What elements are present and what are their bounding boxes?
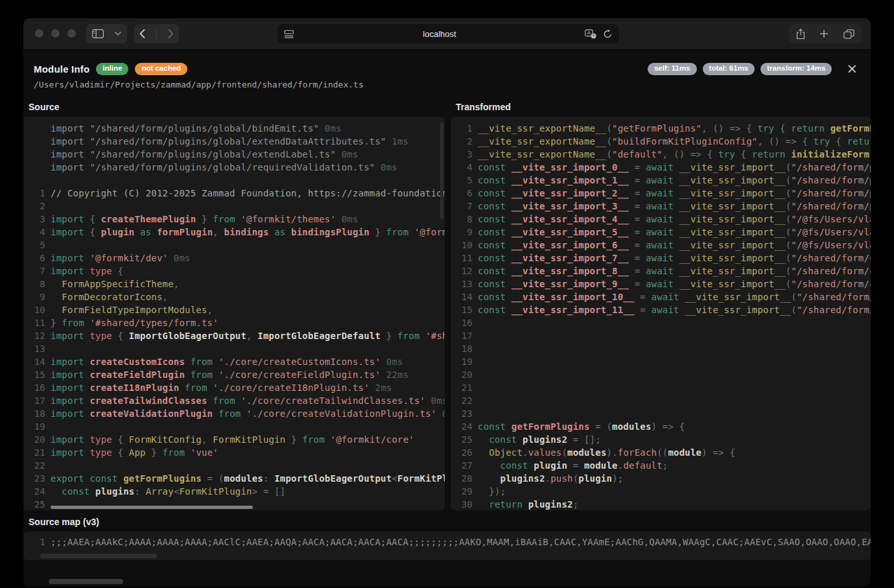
line-number [23,174,51,187]
line-number: 4 [23,226,51,239]
line-number: 20 [451,368,478,381]
zoom-window-button[interactable] [67,29,76,38]
source-horizontal-scrollbar[interactable] [51,506,253,509]
code-line: 12import type { ImportGlobEagerOutput, I… [23,329,445,342]
code-line: 20import type { FormKitConfig, FormKitPl… [23,433,445,446]
line-number: 13 [451,277,478,290]
line-number: 21 [451,381,478,394]
reload-icon[interactable] [603,29,613,39]
code-line: 13 [23,342,445,355]
code-line: 9const __vite_ssr_import_5__ = await __v… [451,226,871,239]
line-number: 9 [451,226,478,239]
code-line: 11const __vite_ssr_import_7__ = await __… [451,252,871,265]
line-number [23,122,51,135]
line-number: 5 [451,174,478,187]
sidebar-toggle[interactable] [86,24,127,43]
sourcemap-horizontal-scrollbar[interactable] [40,554,157,558]
code-line: 7const __vite_ssr_import_3__ = await __v… [451,200,871,213]
line-number: 13 [23,342,51,355]
new-tab-icon[interactable] [819,29,829,38]
page-title: Module Info [34,64,89,75]
code-line: 6const __vite_ssr_import_2__ = await __v… [451,187,871,200]
line-number: 17 [451,329,478,342]
transformed-panel-title: Transformed [451,99,871,117]
code-line: 23export const getFormPlugins = (modules… [23,472,445,485]
line-number: 15 [451,303,478,316]
code-line: 21import type { App } from 'vue' [23,446,445,459]
code-line: 30 return plugins2; [451,498,871,510]
code-line: 4const __vite_ssr_import_0__ = await __v… [451,161,871,174]
line-number: 25 [23,498,51,510]
line-number: 9 [23,290,51,303]
code-line: 7import type { [23,265,445,277]
line-number: 10 [23,303,51,316]
line-number: 30 [451,498,478,510]
code-line: import "/shared/form/plugins/global/exte… [23,148,445,161]
code-line: 21 [451,381,871,394]
code-line: 9 FormDecoratorIcons, [23,290,445,303]
code-line: 12const __vite_ssr_import_8__ = await __… [451,265,871,277]
source-panel-title: Source [23,99,445,117]
code-line: 3import { createThemePlugin } from '@for… [23,213,445,226]
line-number: 7 [451,200,478,213]
code-line: 19 [451,355,871,368]
code-line: 14const __vite_ssr_import_10__ = await _… [451,290,871,303]
source-panel: Source import "/shared/form/plugins/glob… [23,99,445,510]
code-line: 17import createTailwindClasses from './c… [23,394,445,407]
code-line: 1;;;AAEA;AAAkC;AAAA;AAAA;AAAA;AAClC;AAEA… [23,535,871,548]
sourcemap-panel-title: Source map (v3) [23,513,871,532]
code-line: 23 [451,407,871,420]
line-number: 20 [23,433,51,446]
nav-buttons [134,24,179,43]
line-number: 2 [451,135,478,148]
line-number: 3 [23,213,51,226]
translate-icon[interactable]: A* [585,29,596,39]
line-number: 8 [23,277,51,290]
line-number: 5 [23,239,51,252]
line-number [23,161,51,174]
close-window-button[interactable] [35,29,43,38]
code-panels: Source import "/shared/form/plugins/glob… [23,99,871,510]
line-number: 22 [451,394,478,407]
line-number: 27 [451,459,478,472]
line-number: 3 [451,148,478,161]
line-number: 24 [23,485,51,498]
line-number: 6 [23,252,51,265]
code-line: 4import { plugin as formPlugin, bindings… [23,226,445,239]
forward-button[interactable] [168,29,174,38]
url-bar[interactable]: localhost A* [277,24,619,43]
reader-view-icon[interactable] [284,30,294,38]
line-number: 23 [23,472,51,485]
line-number: 16 [23,381,51,394]
code-line: 6import '@formkit/dev' 0ms [23,252,445,265]
line-number: 1 [23,187,51,200]
line-number: 11 [23,316,51,329]
share-icon[interactable] [796,29,805,40]
back-button[interactable] [139,29,145,38]
minimize-window-button[interactable] [51,29,60,38]
line-number: 14 [451,290,478,303]
tab-overview-icon[interactable] [843,29,854,39]
url-text: localhost [294,29,585,39]
source-vertical-scrollbar[interactable] [440,122,443,219]
sourcemap-code-card: 1;;;AAEA;AAAkC;AAAA;AAAA;AAAA;AAClC;AAEA… [23,532,871,560]
code-line: 16 [451,316,871,329]
line-number: 23 [451,407,478,420]
line-number: 28 [451,472,478,485]
close-button[interactable]: × [843,64,860,74]
line-number [23,148,51,161]
code-line: 10const __vite_ssr_import_6__ = await __… [451,239,871,252]
code-line: 15const __vite_ssr_import_11__ = await _… [451,303,871,316]
line-number: 21 [23,446,51,459]
browser-window: localhost A* [23,18,871,587]
code-line: 1// Copyright (C) 2012-2025 Zammad Found… [23,187,445,200]
page-horizontal-scrollbar[interactable] [49,579,123,584]
line-number: 17 [23,394,51,407]
code-line: import "/shared/form/plugins/global/bind… [23,122,445,135]
panel-divider [445,99,451,510]
line-number: 1 [451,122,478,135]
code-line: 22 [23,459,445,472]
chevron-down-icon [115,32,121,36]
code-line: 10 FormFieldTypeImportModules, [23,303,445,316]
nav-divider [156,29,157,39]
